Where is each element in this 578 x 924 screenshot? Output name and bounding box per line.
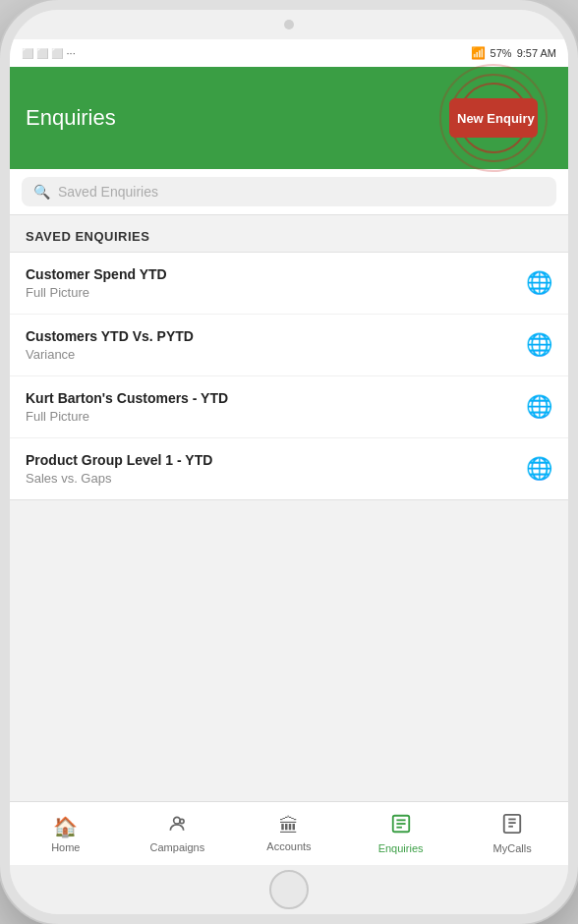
enquiry-sub-0: Full Picture (26, 285, 516, 300)
mycalls-icon (501, 813, 523, 839)
search-placeholder: Saved Enquiries (58, 184, 158, 200)
device-camera (284, 20, 294, 29)
status-bar: ⬜ ⬜ ⬜ ··· 📶 57% 9:57 AM (10, 39, 568, 67)
nav-label-mycalls: MyCalls (493, 842, 532, 854)
globe-icon-3: 🌐 (526, 456, 552, 482)
globe-icon-0: 🌐 (526, 270, 552, 296)
nav-item-home[interactable]: 🏠 Home (10, 802, 122, 865)
nav-item-enquiries[interactable]: Enquiries (345, 802, 457, 865)
nav-label-home: Home (51, 841, 80, 853)
nav-label-campaigns: Campaigns (150, 841, 205, 853)
enquiry-list: Customer Spend YTD Full Picture 🌐 Custom… (10, 252, 568, 500)
enquiry-name-2: Kurt Barton's Customers - YTD (26, 390, 516, 406)
enquiry-sub-2: Full Picture (26, 409, 516, 424)
nav-item-campaigns[interactable]: Campaigns (122, 802, 234, 865)
enquiry-item-3[interactable]: Product Group Level 1 - YTD Sales vs. Ga… (10, 438, 568, 499)
campaigns-icon (167, 814, 187, 838)
enquiries-icon (390, 813, 412, 839)
accounts-icon: 🏛 (279, 815, 299, 837)
new-enquiry-button[interactable]: New Enquiry (449, 98, 538, 138)
app-header: Enquiries New Enquiry ❮ (10, 67, 568, 169)
bottom-navigation: 🏠 Home Campaigns 🏛 Accounts (10, 801, 568, 865)
home-button[interactable] (269, 870, 309, 909)
page-title: Enquiries (26, 105, 116, 131)
section-header: SAVED ENQUIRIES (10, 215, 568, 252)
enquiry-info-0: Customer Spend YTD Full Picture (26, 266, 516, 300)
wifi-icon: 📶 (471, 46, 486, 60)
search-icon: 🔍 (33, 184, 50, 200)
device-frame: ⬜ ⬜ ⬜ ··· 📶 57% 9:57 AM Enquiries New En… (0, 0, 578, 924)
header-right-area: New Enquiry (434, 79, 552, 157)
enquiry-sub-3: Sales vs. Gaps (26, 471, 516, 486)
enquiry-info-2: Kurt Barton's Customers - YTD Full Pictu… (26, 390, 516, 424)
notification-icons: ⬜ ⬜ ⬜ (22, 48, 63, 59)
search-bar[interactable]: 🔍 Saved Enquiries (22, 177, 556, 206)
nav-item-accounts[interactable]: 🏛 Accounts (233, 802, 345, 865)
enquiry-name-3: Product Group Level 1 - YTD (26, 452, 516, 468)
current-time: 9:57 AM (517, 47, 556, 59)
nav-item-mycalls[interactable]: MyCalls (456, 802, 568, 865)
home-icon: 🏠 (53, 815, 78, 838)
enquiry-info-1: Customers YTD Vs. PYTD Variance (26, 328, 516, 362)
svg-point-1 (180, 819, 184, 823)
globe-icon-2: 🌐 (526, 394, 552, 420)
nav-label-enquiries: Enquiries (378, 842, 424, 854)
device-top-bar (10, 10, 568, 39)
enquiry-item-1[interactable]: Customers YTD Vs. PYTD Variance 🌐 (10, 315, 568, 376)
status-right: 📶 57% 9:57 AM (471, 46, 556, 60)
enquiry-item-2[interactable]: Kurt Barton's Customers - YTD Full Pictu… (10, 376, 568, 438)
battery-level: 57% (491, 47, 512, 59)
screen: ⬜ ⬜ ⬜ ··· 📶 57% 9:57 AM Enquiries New En… (10, 39, 568, 865)
device-bottom-bar (10, 865, 568, 914)
enquiry-info-3: Product Group Level 1 - YTD Sales vs. Ga… (26, 452, 516, 486)
enquiry-sub-1: Variance (26, 347, 516, 362)
enquiry-item-0[interactable]: Customer Spend YTD Full Picture 🌐 (10, 253, 568, 315)
status-left-icons: ⬜ ⬜ ⬜ ··· (22, 47, 76, 59)
nav-label-accounts: Accounts (266, 840, 311, 852)
enquiry-name-1: Customers YTD Vs. PYTD (26, 328, 516, 344)
enquiry-name-0: Customer Spend YTD (26, 266, 516, 282)
main-content: SAVED ENQUIRIES Customer Spend YTD Full … (10, 215, 568, 801)
globe-icon-1: 🌐 (526, 332, 552, 358)
ellipsis: ··· (67, 47, 76, 59)
search-bar-container: 🔍 Saved Enquiries (10, 169, 568, 215)
